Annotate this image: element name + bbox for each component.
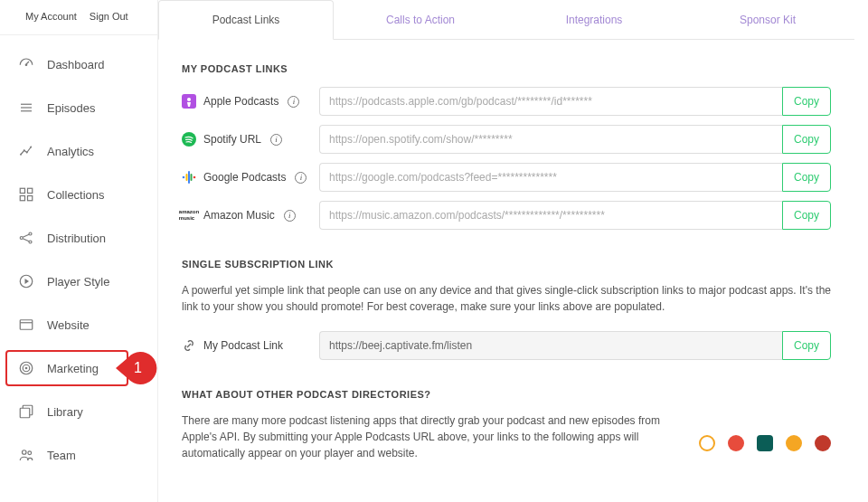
- copy-button[interactable]: Copy: [782, 331, 831, 360]
- sidebar-item-label: Collections: [47, 188, 105, 202]
- svg-point-7: [31, 147, 32, 147]
- svg-rect-31: [191, 174, 193, 181]
- svg-rect-8: [20, 188, 24, 193]
- my-account-link[interactable]: My Account: [25, 11, 77, 22]
- sidebar-item-label: Marketing: [47, 362, 99, 375]
- apple-podcasts-icon: [182, 94, 196, 109]
- sidebar-item-label: Episodes: [47, 101, 95, 115]
- spotify-icon: [182, 132, 196, 147]
- sidebar-item-distribution[interactable]: Distribution: [0, 216, 157, 260]
- svg-rect-22: [20, 408, 30, 418]
- directory-app-icon: [757, 435, 773, 451]
- marketing-icon: [18, 360, 34, 376]
- copy-button[interactable]: Copy: [782, 125, 831, 154]
- sidebar-item-label: Website: [47, 318, 90, 332]
- copy-button[interactable]: Copy: [782, 87, 831, 116]
- player-style-icon: [18, 273, 34, 289]
- my-podcast-links-title: MY PODCAST LINKS: [182, 63, 831, 74]
- spotify-input[interactable]: [319, 125, 782, 154]
- service-row-google: Google Podcasts i Copy: [182, 163, 831, 192]
- sidebar-item-team[interactable]: Team: [0, 433, 157, 477]
- episodes-icon: [18, 99, 34, 116]
- info-icon[interactable]: i: [295, 172, 307, 184]
- directory-app-icon: [699, 435, 715, 451]
- tab-integrations[interactable]: Integrations: [507, 0, 681, 39]
- svg-point-13: [29, 232, 32, 235]
- copy-button[interactable]: Copy: [782, 201, 831, 230]
- svg-rect-10: [20, 196, 24, 201]
- svg-point-20: [23, 365, 30, 372]
- svg-point-5: [24, 150, 24, 151]
- sidebar-item-label: Library: [47, 405, 83, 419]
- directory-icons: [699, 412, 831, 461]
- service-row-apple: Apple Podcasts i Copy: [182, 87, 831, 116]
- sidebar-item-label: Dashboard: [47, 58, 105, 71]
- service-label: Amazon Music: [203, 209, 275, 222]
- library-icon: [18, 403, 34, 420]
- copy-button[interactable]: Copy: [782, 163, 831, 192]
- amazon-music-input[interactable]: [319, 201, 782, 230]
- sidebar-item-library[interactable]: Library: [0, 390, 157, 433]
- info-icon[interactable]: i: [284, 210, 296, 222]
- sidebar-item-website[interactable]: Website: [0, 303, 157, 346]
- svg-point-29: [193, 176, 196, 179]
- single-subscription-title: SINGLE SUBSCRIPTION LINK: [182, 259, 831, 270]
- svg-rect-17: [20, 320, 33, 330]
- svg-rect-9: [28, 188, 33, 193]
- service-label: Google Podcasts: [203, 171, 286, 184]
- service-label: Apple Podcasts: [203, 95, 278, 108]
- sidebar-item-label: Player Style: [47, 275, 109, 289]
- my-podcast-link-row: My Podcast Link Copy: [182, 331, 831, 360]
- apple-podcasts-input[interactable]: [319, 87, 782, 116]
- single-subscription-body: A powerful yet simple link that people c…: [182, 282, 831, 315]
- service-label: Spotify URL: [203, 133, 261, 146]
- distribution-icon: [18, 230, 34, 246]
- svg-point-6: [26, 152, 27, 153]
- sidebar-item-analytics[interactable]: Analytics: [0, 129, 157, 173]
- link-icon: [182, 338, 196, 353]
- my-podcast-link-input[interactable]: [319, 331, 782, 360]
- tab-calls-to-action[interactable]: Calls to Action: [334, 0, 507, 39]
- info-icon[interactable]: i: [288, 96, 299, 108]
- svg-rect-32: [188, 171, 190, 184]
- directory-app-icon: [815, 435, 831, 451]
- svg-point-14: [29, 241, 32, 243]
- website-icon: [18, 317, 34, 333]
- svg-marker-16: [25, 279, 30, 284]
- other-directories-title: WHAT ABOUT OTHER PODCAST DIRECTORIES?: [182, 389, 831, 400]
- directory-app-icon: [786, 435, 802, 451]
- tab-sponsor-kit[interactable]: Sponsor Kit: [681, 0, 854, 39]
- service-row-spotify: Spotify URL i Copy: [182, 125, 831, 154]
- svg-point-24: [28, 451, 32, 455]
- svg-point-26: [187, 98, 191, 101]
- svg-rect-30: [186, 174, 188, 181]
- sidebar-item-collections[interactable]: Collections: [0, 173, 157, 216]
- team-icon: [18, 447, 34, 463]
- sidebar-item-label: Analytics: [47, 145, 94, 158]
- analytics-icon: [18, 143, 34, 159]
- google-podcasts-input[interactable]: [319, 163, 782, 192]
- dashboard-icon: [18, 56, 34, 72]
- service-row-amazon: amazonmusic Amazon Music i Copy: [182, 201, 831, 230]
- annotation-number: 1: [134, 360, 142, 376]
- svg-point-12: [20, 237, 23, 240]
- svg-point-19: [20, 362, 33, 374]
- sidebar-item-episodes[interactable]: Episodes: [0, 86, 157, 129]
- svg-point-28: [183, 176, 185, 179]
- sidebar-item-label: Distribution: [47, 232, 106, 245]
- amazon-music-icon: amazonmusic: [182, 208, 196, 223]
- sidebar-item-player-style[interactable]: Player Style: [0, 260, 157, 303]
- directory-app-icon: [728, 435, 744, 451]
- other-directories-body: There are many more podcast listening ap…: [182, 412, 681, 461]
- sidebar-item-marketing[interactable]: Marketing 1: [0, 346, 157, 390]
- collections-icon: [18, 186, 34, 203]
- sign-out-link[interactable]: Sign Out: [90, 11, 128, 22]
- service-label: My Podcast Link: [203, 339, 283, 352]
- tab-podcast-links[interactable]: Podcast Links: [158, 0, 334, 40]
- svg-point-23: [23, 450, 27, 455]
- google-podcasts-icon: [182, 170, 196, 185]
- svg-point-21: [25, 367, 27, 369]
- sidebar-item-dashboard[interactable]: Dashboard: [0, 43, 157, 86]
- sidebar-item-label: Team: [47, 449, 76, 462]
- info-icon[interactable]: i: [270, 134, 282, 146]
